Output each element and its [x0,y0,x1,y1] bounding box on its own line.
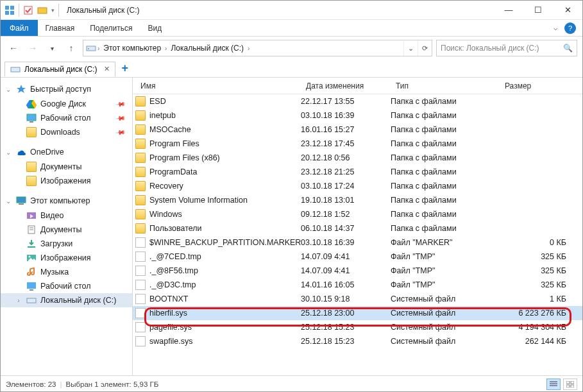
file-row[interactable]: $WINRE_BACKUP_PARTITION.MARKER03.10.18 1… [133,235,582,250]
file-row[interactable]: Program Files (x86)20.12.18 0:56Папка с … [133,151,582,165]
file-row[interactable]: pagefile.sys25.12.18 15:23Системный файл… [133,320,582,334]
sidebar-item-local-disk-c[interactable]: ›Локальный диск (C:) [1,293,132,307]
drive-icon [86,43,96,53]
sidebar-item-desktop-pc[interactable]: Рабочий стол [1,279,132,293]
onedrive-group[interactable]: ⌄ OneDrive [1,144,132,160]
sidebar-item-videos[interactable]: Видео [1,209,132,223]
file-row[interactable]: BOOTNXT30.10.15 9:18Системный файл1 КБ [133,292,582,306]
file-icon [135,308,146,318]
qat-folder-icon[interactable] [37,5,47,15]
video-icon [26,210,37,221]
file-row[interactable]: ProgramData23.12.18 21:25Папка с файлами [133,165,582,179]
sidebar-item-google-drive[interactable]: Google Диск📌 [1,97,132,111]
qat-properties-icon[interactable] [23,5,33,15]
ribbon-expand-icon[interactable]: ⌵ [553,24,558,32]
file-date: 14.01.16 16:05 [301,280,391,289]
col-name[interactable]: Имя⌃ [135,81,301,90]
maximize-button[interactable]: ☐ [523,1,553,20]
svg-rect-17 [28,246,35,248]
file-type: Системный файл [391,323,500,332]
file-name: $WINRE_BACKUP_PARTITION.MARKER [149,238,301,247]
file-row[interactable]: ._@7CED.tmp14.07.09 4:41Файл "TMP"325 КБ [133,250,582,264]
file-row[interactable]: hiberfil.sys25.12.18 23:00Системный файл… [133,306,582,320]
col-type[interactable]: Тип [391,81,500,90]
quick-access-group[interactable]: ⌄ Быстрый доступ [1,81,132,97]
file-type: Файл "MARKER" [391,238,500,247]
details-view-button[interactable] [546,379,561,390]
chevron-right-icon[interactable]: › [96,45,101,52]
breadcrumb-root[interactable]: Этот компьютер [101,44,164,53]
qat-dropdown-icon[interactable]: ▾ [51,7,55,13]
sidebar-item-documents[interactable]: Документы [1,223,132,237]
tab-home[interactable]: Главная [38,20,83,36]
history-dropdown[interactable]: ▾ [44,40,60,56]
forward-button[interactable]: → [25,40,40,56]
titlebar: ▾ Локальный диск (C:) — ☐ ✕ [1,1,582,20]
sidebar-item-images-od[interactable]: Изображения [1,174,132,188]
pin-icon: 📌 [115,113,126,123]
help-button[interactable]: ? [564,22,576,34]
file-row[interactable]: ._@D3C.tmp14.01.16 16:05Файл "TMP"325 КБ [133,278,582,292]
sidebar-item-desktop[interactable]: Рабочий стол📌 [1,111,132,125]
sidebar-item-downloads-pc[interactable]: Загрузки [1,237,132,251]
up-button[interactable]: ↑ [63,40,79,56]
back-button[interactable]: ← [6,40,21,56]
this-pc-group[interactable]: ⌄ Этот компьютер [1,193,132,209]
app-icon [4,5,15,15]
svg-rect-26 [566,381,570,384]
file-date: 16.01.16 15:27 [301,125,391,134]
svg-rect-27 [571,381,574,384]
separator [19,4,19,17]
close-tab-icon[interactable]: ✕ [101,65,110,73]
file-row[interactable]: Пользователи06.10.18 14:37Папка с файлам… [133,221,582,235]
file-type: Папка с файлами [391,182,500,191]
file-date: 03.10.18 16:39 [301,238,391,247]
navigation-pane[interactable]: ⌄ Быстрый доступ Google Диск📌 Рабочий ст… [1,78,133,375]
add-tab-button[interactable]: + [115,62,129,75]
file-list[interactable]: ESD22.12.17 13:55Папка с файламиinetpub0… [133,94,582,375]
file-row[interactable]: inetpub03.10.18 16:39Папка с файлами [133,108,582,123]
svg-point-7 [88,48,89,49]
search-icon[interactable]: 🔍 [563,44,573,53]
address-bar[interactable]: › Этот компьютер › Локальный диск (C:) ›… [83,40,432,56]
col-date[interactable]: Дата изменения [301,81,391,90]
file-row[interactable]: Windows09.12.18 1:52Папка с файлами [133,207,582,221]
minimize-button[interactable]: — [494,1,523,20]
sidebar-item-documents-od[interactable]: Документы [1,160,132,174]
caret-icon[interactable]: › [15,297,22,304]
file-row[interactable]: System Volume Information19.10.18 13:01П… [133,193,582,207]
refresh-button[interactable]: ⟳ [418,40,432,56]
file-type: Файл "TMP" [391,280,500,289]
sidebar-item-music[interactable]: Музыка [1,265,132,279]
svg-point-19 [29,256,31,258]
file-row[interactable]: Program Files23.12.18 17:45Папка с файла… [133,137,582,151]
file-list-pane: Имя⌃ Дата изменения Тип Размер ESD22.12.… [133,78,582,375]
caret-icon[interactable]: ⌄ [4,149,12,156]
tab-view[interactable]: Вид [140,20,169,36]
nav-bar: ← → ▾ ↑ › Этот компьютер › Локальный дис… [1,37,582,60]
file-tab[interactable]: Файл [1,20,38,36]
file-row[interactable]: Recovery03.10.18 17:24Папка с файлами [133,179,582,193]
caret-icon[interactable]: ⌄ [4,86,12,93]
sidebar-item-downloads[interactable]: Downloads📌 [1,125,132,139]
onedrive-icon [16,147,26,157]
chevron-right-icon[interactable]: › [246,45,251,52]
search-input[interactable]: Поиск: Локальный диск (C:) 🔍 [436,40,577,56]
file-row[interactable]: ESD22.12.17 13:55Папка с файлами [133,94,582,108]
desktop-icon [26,281,37,291]
col-size[interactable]: Размер [500,81,577,90]
address-dropdown[interactable]: ⌄ [403,40,418,56]
sidebar-item-pictures[interactable]: Изображения [1,251,132,265]
close-button[interactable]: ✕ [553,1,582,20]
icons-view-button[interactable] [563,379,577,390]
caret-icon[interactable]: ⌄ [4,198,12,205]
chevron-right-icon[interactable]: › [164,45,168,52]
file-type: Папка с файлами [391,167,500,176]
file-row[interactable]: swapfile.sys25.12.18 15:23Системный файл… [133,334,582,348]
column-headers: Имя⌃ Дата изменения Тип Размер [133,78,582,94]
document-tab[interactable]: Локальный диск (C:) ✕ [4,62,115,76]
file-row[interactable]: ._@8F56.tmp14.07.09 4:41Файл "TMP"325 КБ [133,264,582,278]
file-row[interactable]: MSOCache16.01.16 15:27Папка с файлами [133,123,582,137]
breadcrumb-current[interactable]: Локальный диск (C:) [168,44,246,53]
tab-share[interactable]: Поделиться [82,20,140,36]
